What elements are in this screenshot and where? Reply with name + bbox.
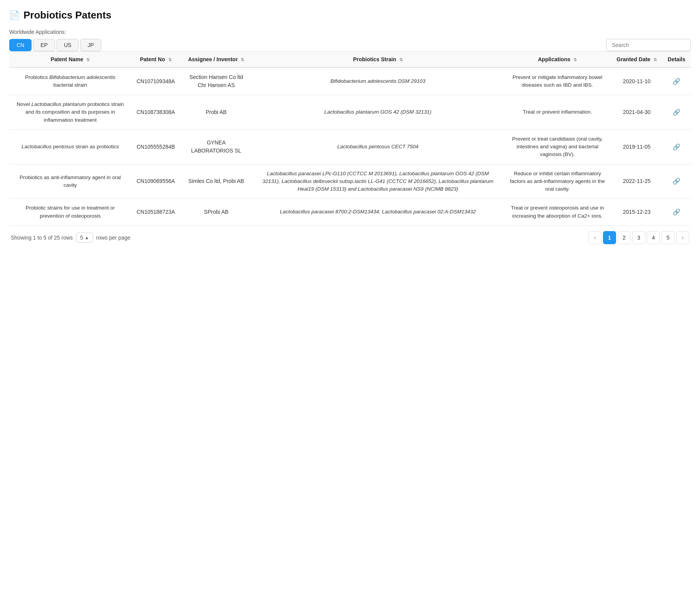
- strain-2: Lactobacillus plantarum GOS 42 (DSM 3213…: [252, 95, 504, 130]
- patent-name-5: Probiotic strains for use in treatment o…: [9, 199, 131, 226]
- sort-icon-patent-no: ⇅: [168, 57, 172, 62]
- table-row: Probiotic strains for use in treatment o…: [9, 199, 691, 226]
- applications-3: Prevent or treat candidiasis (oral cavit…: [504, 129, 611, 164]
- tab-ep[interactable]: EP: [33, 39, 55, 51]
- link-icon-1[interactable]: 🔗: [673, 78, 680, 85]
- patent-name-1: Probiotics Bifidobacterium adolescentis …: [9, 67, 131, 95]
- worldwide-label: Worldwide Applications:: [9, 29, 691, 35]
- page-button-5[interactable]: 5: [661, 231, 675, 244]
- footer-info: Showing 1 to 5 of 25 rows 5 ▲ rows per p…: [11, 233, 131, 243]
- rows-per-page-select[interactable]: 5 ▲: [76, 233, 93, 243]
- patent-no-5: CN105188723A: [131, 199, 181, 226]
- prev-page-button[interactable]: ‹: [588, 231, 601, 244]
- granted-date-2: 2021-04-30: [611, 95, 662, 130]
- col-strain: Probiotics Strain ⇅: [252, 52, 504, 68]
- page-button-1[interactable]: 1: [603, 231, 616, 244]
- chevron-up-icon: ▲: [85, 235, 89, 240]
- sort-icon-assignee: ⇅: [241, 57, 244, 62]
- patent-no-1: CN107109348A: [131, 67, 181, 95]
- granted-date-4: 2022-11-25: [611, 164, 662, 199]
- page-header: 📄 Probiotics Patents: [9, 9, 691, 21]
- table-header-row: Patent Name ⇅ Patent No ⇅ Assignee / Inv…: [9, 52, 691, 68]
- rows-per-page-label: rows per page: [96, 235, 131, 241]
- link-icon-4[interactable]: 🔗: [673, 178, 680, 184]
- link-icon-5[interactable]: 🔗: [673, 209, 680, 215]
- tab-cn[interactable]: CN: [9, 39, 32, 51]
- assignee-5: SProbi AB: [180, 199, 252, 226]
- patent-no-4: CN109069556A: [131, 164, 181, 199]
- patent-name-2: Novel Lactobacillus plantarum probiotics…: [9, 95, 131, 130]
- granted-date-5: 2015-12-23: [611, 199, 662, 226]
- assignee-2: Probi AB: [180, 95, 252, 130]
- col-patent-no: Patent No ⇅: [131, 52, 181, 68]
- strain-1: Bifidobacterium adolescentis DSM 29103: [252, 67, 504, 95]
- details-link-4[interactable]: 🔗: [662, 164, 691, 199]
- strain-4: Lactobacillus paracasei LPc-G110 (CCTCC …: [252, 164, 504, 199]
- link-icon-2[interactable]: 🔗: [673, 109, 680, 116]
- table-row: Lactobacillus pentosus strain as probiot…: [9, 129, 691, 164]
- region-tabs: CN EP US JP: [9, 39, 101, 51]
- sort-icon-granted-date: ⇅: [653, 57, 657, 62]
- assignee-1: Section Hansen Co ltdChr Hansen AS: [180, 67, 252, 95]
- col-granted-date: Granted Date ⇅: [611, 52, 662, 68]
- sort-icon-applications: ⇅: [573, 57, 577, 62]
- strain-3: Lactobacillus pentosus CECT 7504: [252, 129, 504, 164]
- table-row: Novel Lactobacillus plantarum probiotics…: [9, 95, 691, 130]
- tab-jp[interactable]: JP: [80, 39, 101, 51]
- details-link-3[interactable]: 🔗: [662, 129, 691, 164]
- next-page-button[interactable]: ›: [676, 231, 689, 244]
- details-link-5[interactable]: 🔗: [662, 199, 691, 226]
- granted-date-3: 2019-11-05: [611, 129, 662, 164]
- patent-no-3: CN105555284B: [131, 129, 181, 164]
- showing-text: Showing 1 to 5 of 25 rows: [11, 235, 73, 241]
- table-row: Probiotics Bifidobacterium adolescentis …: [9, 67, 691, 95]
- col-applications: Applications ⇅: [504, 52, 611, 68]
- patent-name-3: Lactobacillus pentosus strain as probiot…: [9, 129, 131, 164]
- tab-us[interactable]: US: [57, 39, 79, 51]
- applications-5: Treat or prevent osteoporosis and use in…: [504, 199, 611, 226]
- pagination: ‹ 1 2 3 4 5 ›: [588, 231, 689, 244]
- tabs-and-search-bar: CN EP US JP: [9, 39, 691, 51]
- details-link-1[interactable]: 🔗: [662, 67, 691, 95]
- applications-4: Reduce or inhibit certain inflammatory f…: [504, 164, 611, 199]
- assignee-3: GYNEA LABORATORIOS SL: [180, 129, 252, 164]
- link-icon-3[interactable]: 🔗: [673, 144, 680, 150]
- patents-table: Patent Name ⇅ Patent No ⇅ Assignee / Inv…: [9, 51, 691, 226]
- strain-5: Lactobacillus paracasei 8700:2-DSM13434,…: [252, 199, 504, 226]
- sort-icon-strain: ⇅: [399, 57, 403, 62]
- table-row: Probiotics as anti-inflammatory agent in…: [9, 164, 691, 199]
- assignee-4: Simles Co ltd, Probi AB: [180, 164, 252, 199]
- patent-name-4: Probiotics as anti-inflammatory agent in…: [9, 164, 131, 199]
- details-link-2[interactable]: 🔗: [662, 95, 691, 130]
- applications-1: Prevent or mitigate inflammatory bowel d…: [504, 67, 611, 95]
- page-title: Probiotics Patents: [23, 9, 111, 21]
- rows-per-page-value: 5: [80, 235, 83, 241]
- col-details: Details: [662, 52, 691, 68]
- page-button-2[interactable]: 2: [618, 231, 631, 244]
- applications-2: Treat or prevent inflammation.: [504, 95, 611, 130]
- table-footer: Showing 1 to 5 of 25 rows 5 ▲ rows per p…: [9, 226, 691, 244]
- search-input[interactable]: [606, 39, 691, 51]
- col-patent-name: Patent Name ⇅: [9, 52, 131, 68]
- granted-date-1: 2020-11-10: [611, 67, 662, 95]
- patent-no-2: CN108738308A: [131, 95, 181, 130]
- document-icon: 📄: [9, 10, 20, 20]
- sort-icon-patent-name: ⇅: [86, 57, 90, 62]
- page-button-4[interactable]: 4: [647, 231, 660, 244]
- page-button-3[interactable]: 3: [632, 231, 645, 244]
- col-assignee: Assignee / Inventor ⇅: [180, 52, 252, 68]
